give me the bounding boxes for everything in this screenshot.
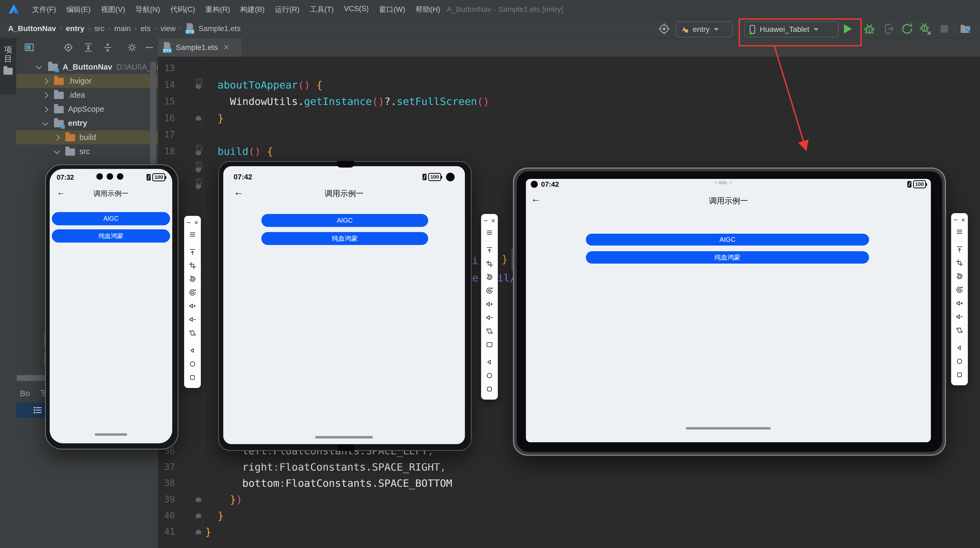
chevron-down-icon[interactable]: [36, 64, 42, 70]
tree-row-entry[interactable]: entry: [16, 116, 158, 130]
restart-icon[interactable]: [951, 270, 968, 283]
attach-device-icon[interactable]: [882, 22, 895, 35]
menu-item[interactable]: 运行(R): [270, 5, 304, 14]
stop-button[interactable]: [938, 22, 951, 35]
menu-item[interactable]: 工具(T): [304, 5, 339, 14]
screen-icon[interactable]: [481, 338, 498, 351]
menu-item[interactable]: VCS(S): [339, 5, 374, 14]
volume-up-icon[interactable]: [481, 297, 498, 311]
foldable-button-aigc[interactable]: AIGC: [261, 214, 428, 227]
minimize-icon[interactable]: [186, 220, 192, 227]
rerun-button[interactable]: [900, 22, 913, 35]
breadcrumb-item[interactable]: main: [114, 24, 130, 33]
tree-row-idea[interactable]: .idea: [16, 88, 158, 102]
tablet-button-harmony[interactable]: 纯血鸿蒙: [586, 251, 869, 264]
volume-down-icon[interactable]: [951, 310, 968, 324]
rotate-icon[interactable]: [184, 286, 201, 299]
home-icon[interactable]: [481, 369, 498, 382]
home-icon[interactable]: [951, 354, 968, 368]
menu-item[interactable]: 导航(N): [130, 5, 165, 14]
hide-panel-icon[interactable]: [144, 42, 155, 53]
panel-view-icon[interactable]: [24, 42, 35, 53]
shake-icon[interactable]: [481, 324, 498, 338]
shake-icon[interactable]: [951, 324, 968, 337]
fold-expand-marker[interactable]: [195, 176, 203, 193]
foldable-home-indicator[interactable]: [315, 436, 373, 438]
recents-icon[interactable]: [481, 382, 498, 396]
fold-collapse-marker[interactable]: [195, 110, 203, 127]
tab-sample1-ets[interactable]: ETS Sample1.ets ✕: [158, 38, 242, 57]
tablet-button-aigc[interactable]: AIGC: [586, 233, 869, 246]
breadcrumb-item[interactable]: A_ButtonNav: [8, 24, 56, 33]
breadcrumb-item[interactable]: ets: [141, 24, 151, 33]
back-icon[interactable]: [951, 341, 968, 354]
shake-icon[interactable]: [184, 326, 201, 340]
menu-item[interactable]: 帮助(H): [410, 5, 445, 14]
minimize-icon[interactable]: [483, 218, 488, 225]
back-icon[interactable]: [481, 355, 498, 369]
tree-row-src[interactable]: src: [16, 145, 158, 159]
volume-up-icon[interactable]: [951, 297, 968, 310]
tree-row-root[interactable]: A_ButtonNavD:\AUI\A_But: [16, 60, 158, 74]
debug-button[interactable]: [863, 22, 876, 35]
fold-expand-marker[interactable]: [195, 76, 203, 93]
volume-up-icon[interactable]: [184, 299, 201, 313]
chevron-right-icon[interactable]: [42, 92, 49, 98]
breadcrumb-item[interactable]: src: [94, 24, 104, 33]
chevron-right-icon[interactable]: [42, 78, 49, 84]
phone-home-indicator[interactable]: [95, 433, 127, 436]
menu-item[interactable]: 编辑(E): [61, 5, 95, 14]
breadcrumb-item[interactable]: view: [161, 24, 176, 33]
attach-debugger-button[interactable]: [919, 22, 932, 35]
home-icon[interactable]: [184, 357, 201, 371]
chevron-right-icon[interactable]: [54, 135, 60, 141]
foldable-button-harmony[interactable]: 纯血鸿蒙: [261, 232, 428, 245]
locate-file-icon[interactable]: [63, 42, 74, 53]
restart-icon[interactable]: [184, 272, 201, 286]
tree-row-AppScope[interactable]: AppScope: [16, 102, 158, 116]
chevron-down-icon[interactable]: [42, 120, 49, 126]
power-top-icon[interactable]: [184, 245, 201, 259]
menu-icon[interactable]: [481, 226, 498, 239]
phone-button-aigc[interactable]: AIGC: [52, 212, 170, 225]
menu-item[interactable]: 构建(B): [235, 5, 270, 14]
tree-row-build[interactable]: build: [16, 130, 158, 145]
back-icon[interactable]: [184, 344, 201, 357]
restart-icon[interactable]: [481, 270, 498, 284]
menu-icon[interactable]: [951, 225, 968, 238]
tree-row-hvigor[interactable]: .hvigor: [16, 74, 158, 88]
fold-collapse-marker[interactable]: [195, 523, 203, 540]
power-top-icon[interactable]: [951, 243, 968, 256]
screenshot-icon[interactable]: [951, 256, 968, 270]
project-tool-button[interactable]: 项 目: [0, 38, 16, 95]
menu-item[interactable]: 视图(V): [95, 5, 130, 14]
close-icon[interactable]: [193, 220, 199, 227]
menu-item[interactable]: 窗口(W): [374, 5, 410, 14]
chevron-right-icon[interactable]: [42, 106, 49, 113]
locate-target-icon[interactable]: [658, 22, 671, 35]
module-selector[interactable]: entry: [676, 21, 733, 38]
collapse-all-icon[interactable]: [102, 42, 113, 53]
menu-icon[interactable]: [184, 228, 201, 241]
recents-icon[interactable]: [184, 371, 201, 384]
breadcrumb-item[interactable]: entry: [66, 24, 84, 33]
chevron-down-icon[interactable]: [54, 148, 60, 154]
fold-expand-marker[interactable]: [195, 143, 203, 160]
screenshot-icon[interactable]: [184, 259, 201, 272]
rotate-icon[interactable]: [481, 284, 498, 297]
fold-collapse-marker[interactable]: [195, 491, 203, 508]
power-top-icon[interactable]: [481, 243, 498, 257]
fold-expand-marker[interactable]: [195, 160, 203, 176]
tab-close-icon[interactable]: ✕: [223, 43, 229, 52]
menu-item[interactable]: 重构(R): [200, 5, 235, 14]
volume-down-icon[interactable]: [481, 311, 498, 324]
close-icon[interactable]: [490, 218, 496, 225]
fold-collapse-marker[interactable]: [195, 507, 203, 524]
menu-item[interactable]: 文件(F): [27, 5, 61, 14]
rotate-icon[interactable]: [951, 283, 968, 297]
gear-icon[interactable]: [126, 42, 138, 53]
phone-button-harmony[interactable]: 纯血鸿蒙: [52, 229, 170, 243]
device-file-browser-icon[interactable]: [959, 22, 972, 35]
tablet-home-indicator[interactable]: [686, 427, 771, 430]
screenshot-icon[interactable]: [481, 257, 498, 270]
